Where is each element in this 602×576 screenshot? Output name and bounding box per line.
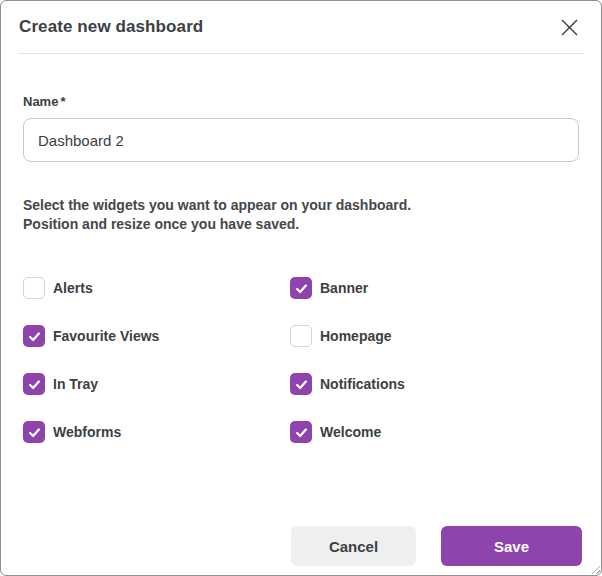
dialog-footer: Cancel Save <box>1 526 601 566</box>
widget-label-in-tray: In Tray <box>53 376 98 392</box>
check-icon <box>27 329 42 344</box>
checkbox-webforms[interactable] <box>23 421 45 443</box>
widget-instructions: Select the widgets you want to appear on… <box>23 196 579 234</box>
checkbox-alerts[interactable] <box>23 277 45 299</box>
widget-label-homepage: Homepage <box>320 328 392 344</box>
header-divider <box>18 53 584 54</box>
widget-option-welcome[interactable]: Welcome <box>290 421 579 443</box>
required-marker: * <box>60 94 65 109</box>
check-icon <box>294 281 309 296</box>
name-input[interactable] <box>23 118 579 162</box>
checkbox-banner[interactable] <box>290 277 312 299</box>
cancel-button[interactable]: Cancel <box>291 526 416 566</box>
dialog-body: Name* Select the widgets you want to app… <box>1 94 601 443</box>
widget-option-favourite-views[interactable]: Favourite Views <box>23 325 290 347</box>
save-button[interactable]: Save <box>441 526 582 566</box>
checkbox-welcome[interactable] <box>290 421 312 443</box>
check-icon <box>27 377 42 392</box>
instructions-line-2: Position and resize once you have saved. <box>23 216 299 232</box>
widget-option-notifications[interactable]: Notifications <box>290 373 579 395</box>
name-label: Name* <box>23 94 579 109</box>
checkbox-favourite-views[interactable] <box>23 325 45 347</box>
widget-option-homepage[interactable]: Homepage <box>290 325 579 347</box>
widget-grid: AlertsBannerFavourite ViewsHomepageIn Tr… <box>23 277 579 443</box>
create-dashboard-dialog: Create new dashboard Name* Select the wi… <box>0 0 602 576</box>
check-icon <box>294 377 309 392</box>
close-icon[interactable] <box>556 14 583 41</box>
check-icon <box>27 425 42 440</box>
widget-option-webforms[interactable]: Webforms <box>23 421 290 443</box>
widget-label-alerts: Alerts <box>53 280 93 296</box>
widget-label-notifications: Notifications <box>320 376 405 392</box>
checkbox-homepage[interactable] <box>290 325 312 347</box>
widget-option-in-tray[interactable]: In Tray <box>23 373 290 395</box>
widget-label-webforms: Webforms <box>53 424 121 440</box>
name-label-text: Name <box>23 94 58 109</box>
widget-option-banner[interactable]: Banner <box>290 277 579 299</box>
dialog-title: Create new dashboard <box>19 17 203 37</box>
dialog-header: Create new dashboard <box>1 1 601 53</box>
widget-option-alerts[interactable]: Alerts <box>23 277 290 299</box>
checkbox-in-tray[interactable] <box>23 373 45 395</box>
check-icon <box>294 425 309 440</box>
checkbox-notifications[interactable] <box>290 373 312 395</box>
widget-label-banner: Banner <box>320 280 368 296</box>
instructions-line-1: Select the widgets you want to appear on… <box>23 197 411 213</box>
widget-label-favourite-views: Favourite Views <box>53 328 159 344</box>
widget-label-welcome: Welcome <box>320 424 381 440</box>
